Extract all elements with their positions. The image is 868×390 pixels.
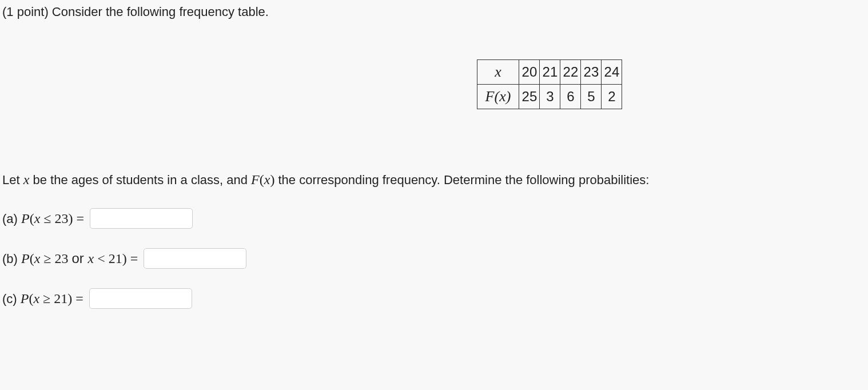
intro-text: (1 point) Consider the following frequen… (2, 5, 868, 19)
question-b-row: (b) P(x ≥ 23 or x < 21) = (2, 248, 868, 269)
table-cell: 5 (581, 85, 602, 109)
question-c-label: (c) P(x ≥ 21) = (2, 291, 83, 307)
table-cell: 23 (581, 60, 602, 85)
table-cell: 3 (540, 85, 560, 109)
table-cell: 21 (540, 60, 560, 85)
table-header-x: x (477, 60, 519, 85)
question-a-label: (a) P(x ≤ 23) = (2, 211, 84, 226)
description-text: Let x be the ages of students in a class… (2, 172, 868, 188)
frequency-table-wrap: x 20 21 22 23 24 F(x) 25 3 6 5 2 (2, 59, 868, 109)
table-cell: 25 (519, 85, 540, 109)
table-cell: 24 (602, 60, 622, 85)
question-c-row: (c) P(x ≥ 21) = (2, 288, 868, 309)
table-row: x 20 21 22 23 24 (477, 60, 622, 85)
table-cell: 6 (560, 85, 581, 109)
table-cell: 2 (602, 85, 622, 109)
answer-b-input[interactable] (144, 248, 246, 269)
table-cell: 20 (519, 60, 540, 85)
question-a-row: (a) P(x ≤ 23) = (2, 208, 868, 229)
answer-c-input[interactable] (89, 288, 192, 309)
table-cell: 22 (560, 60, 581, 85)
frequency-table: x 20 21 22 23 24 F(x) 25 3 6 5 2 (477, 59, 623, 109)
table-row: F(x) 25 3 6 5 2 (477, 85, 622, 109)
table-header-fx: F(x) (477, 85, 519, 109)
question-b-label: (b) P(x ≥ 23 or x < 21) = (2, 250, 138, 266)
answer-a-input[interactable] (90, 208, 193, 229)
